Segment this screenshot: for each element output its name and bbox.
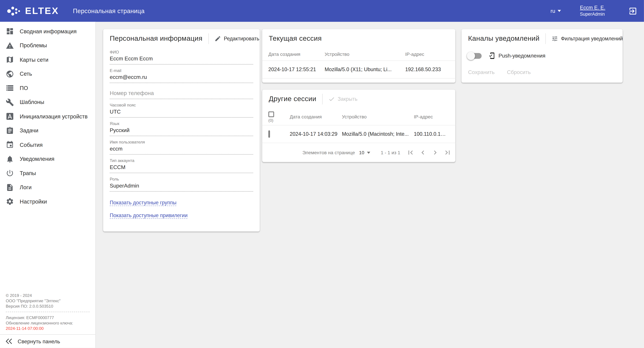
field-value: SuperAdmin [110, 182, 253, 192]
column-header: Дата создания [290, 114, 342, 119]
column-header: Дата создания [268, 52, 324, 57]
network-map-icon [6, 56, 14, 64]
sidebar-item-label: Задачи [20, 128, 38, 134]
logs-icon [6, 183, 14, 192]
sidebar-item-network-maps[interactable]: Карты сети [0, 53, 95, 67]
session-device: Mozilla/5.0 (Macintosh; Inte... [342, 131, 414, 137]
other-sessions-card: Другие сессии Закрыть (0) Дата создания [262, 90, 456, 162]
sidebar-item-logs[interactable]: Логи [0, 180, 95, 194]
next-page-button[interactable] [429, 149, 441, 157]
chevron-down-icon [558, 10, 561, 12]
field-placeholder: Номер телефона [110, 87, 253, 99]
notification-filter-button[interactable]: Фильтрация уведомлений [552, 35, 623, 42]
sidebar-item-tasks[interactable]: Задачи [0, 124, 95, 138]
traps-icon [6, 169, 14, 177]
field-timezone: Часовой пояс UTC [110, 103, 253, 118]
sidebar-item-label: Логи [20, 184, 32, 191]
field-label: Часовой пояс [110, 103, 253, 107]
license-text: Лицензия: ECMF0000777 [6, 315, 90, 320]
page-range: 1 - 1 из 1 [381, 150, 400, 155]
field-language: Язык Русский [110, 121, 253, 136]
field-label: Язык [110, 121, 253, 126]
logout-icon [628, 7, 638, 16]
check-icon [328, 96, 335, 102]
toggle-thumb [467, 52, 475, 60]
sidebar-item-settings[interactable]: Настройки [0, 194, 95, 209]
license-update-date: 2024-11-14 07:00:00 [6, 326, 90, 331]
sidebar-item-notifications[interactable]: Уведомления [0, 152, 95, 166]
sidebar-item-device-init[interactable]: Инициализация устройств [0, 109, 95, 123]
sidebar: Сводная информация Проблемы Карты сети С… [0, 22, 96, 348]
table-row: 2024-10-17 12:55:21 Mozilla/5.0 (X11; Ub… [262, 60, 456, 79]
last-page-button[interactable] [442, 149, 454, 157]
sidebar-item-problems[interactable]: Проблемы [0, 39, 95, 53]
collapse-panel-button[interactable]: Свернуть панель [0, 334, 95, 348]
push-notification-icon [488, 52, 498, 59]
field-label: ФИО [110, 50, 253, 54]
sidebar-item-label: Шаблоны [20, 99, 44, 106]
templates-icon [6, 98, 14, 107]
sidebar-nav: Сводная информация Проблемы Карты сети С… [0, 22, 95, 209]
field-label: Роль [110, 177, 253, 181]
push-notifications-label: Push-уведомления [498, 53, 545, 59]
last-page-icon [444, 149, 452, 157]
column-header: IP-адрес [405, 52, 449, 57]
double-chevron-left-icon [6, 338, 12, 344]
language-selector[interactable]: ru [550, 8, 561, 14]
pencil-icon [214, 35, 221, 42]
header-divider [322, 94, 322, 105]
first-page-button[interactable] [404, 149, 416, 157]
session-ip: 100.110.0.168 [414, 131, 449, 137]
push-toggle[interactable] [468, 53, 482, 59]
show-privileges-link[interactable]: Показать доступные привилегии [110, 213, 188, 219]
show-groups-link[interactable]: Показать доступные группы [110, 200, 176, 206]
personal-info-title: Персональная информация [110, 35, 202, 43]
column-header: Устройство [324, 52, 405, 57]
sidebar-item-network[interactable]: Сеть [0, 67, 95, 81]
other-sessions-table-header: (0) Дата создания Устройство IP-адрес [262, 109, 456, 125]
notification-filter-label: Фильтрация уведомлений [561, 36, 623, 42]
app-header: ELTEX Персональная страница ru Eccm E. E… [0, 0, 644, 22]
user-name-link[interactable]: Eccm E. E. [580, 5, 605, 11]
eltex-logo[interactable]: ELTEX [6, 6, 59, 17]
sidebar-item-label: Трапы [20, 170, 36, 176]
close-sessions-button[interactable]: Закрыть [328, 96, 358, 102]
events-icon [6, 141, 14, 149]
sidebar-item-label: Сводная информация [20, 28, 76, 35]
main-content: Персональная информация Редактировать ФИ… [96, 22, 644, 348]
column-header: IP-адрес [414, 114, 449, 119]
sidebar-footer: © 2019 - 2024 ООО "Предприятие "Элтекс" … [0, 293, 95, 334]
sidebar-item-software[interactable]: ПО [0, 81, 95, 95]
collapse-panel-label: Свернуть панель [18, 338, 60, 344]
prev-page-button[interactable] [417, 149, 429, 157]
field-label: Тип аккаунта [110, 158, 253, 163]
sidebar-item-label: События [20, 142, 42, 148]
column-header: Устройство [342, 114, 414, 119]
logout-button[interactable] [628, 7, 638, 16]
sidebar-item-traps[interactable]: Трапы [0, 166, 95, 180]
sidebar-item-events[interactable]: События [0, 138, 95, 152]
personal-info-card: Персональная информация Редактировать ФИ… [103, 29, 260, 232]
session-date: 2024-10-17 14:03:29 [290, 131, 342, 137]
save-button[interactable]: Сохранить [468, 69, 494, 75]
sidebar-item-label: ПО [20, 85, 28, 91]
device-init-icon [6, 112, 14, 121]
field-value: Eccm Eccm Eccm [110, 56, 253, 65]
version-text: Версия ПО: 2.0.0.503510 [6, 303, 90, 309]
field-value: ECCM [110, 164, 253, 173]
page-size-select[interactable]: 10 [359, 150, 370, 155]
sidebar-item-summary[interactable]: Сводная информация [0, 24, 95, 38]
software-icon [6, 84, 14, 92]
reset-button[interactable]: Сбросить [507, 69, 531, 75]
eltex-logo-icon [6, 6, 21, 16]
sidebar-item-label: Карты сети [20, 57, 48, 63]
row-checkbox[interactable] [268, 130, 270, 138]
page-size-value: 10 [359, 150, 364, 155]
tasks-icon [6, 127, 14, 135]
field-username: Имя пользователя eccm [110, 140, 253, 155]
sidebar-item-templates[interactable]: Шаблоны [0, 95, 95, 109]
select-all-checkbox[interactable] [268, 111, 274, 117]
first-page-icon [406, 149, 415, 157]
edit-button[interactable]: Редактировать [214, 35, 259, 42]
license-update-label: Обновление лицензионного ключа: [6, 320, 90, 326]
